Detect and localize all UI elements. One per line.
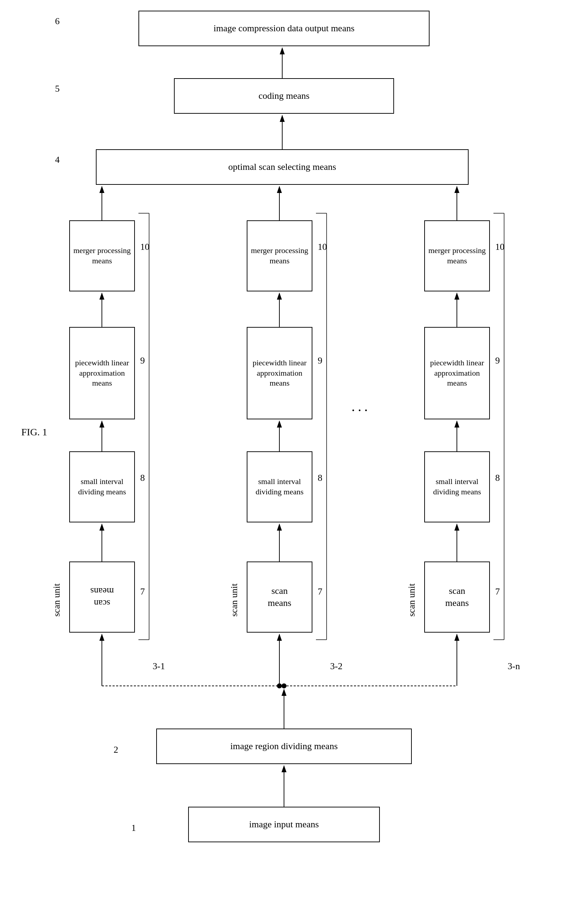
piece-approx-1-label: piecewidth linear approximation means	[70, 358, 134, 389]
num-10-n: 10	[495, 242, 504, 252]
piece-approx-2-label: piecewidth linear approximation means	[247, 358, 312, 389]
small-interval-n: small interval dividing means	[424, 451, 490, 522]
image-input-box: image input means	[188, 807, 380, 842]
scan-means-1-label: scanmeans	[90, 585, 114, 609]
piece-approx-n: piecewidth linear approximation means	[424, 327, 490, 419]
scan-unit-2-id: 3-2	[330, 661, 343, 672]
ellipsis: ...	[352, 398, 371, 415]
scan-means-2-label: scanmeans	[268, 585, 291, 609]
small-interval-2: small interval dividing means	[247, 451, 312, 522]
merger-1-label: merger processing means	[70, 246, 134, 266]
image-region-label: image region dividing means	[231, 740, 338, 752]
small-interval-n-label: small interval dividing means	[425, 477, 489, 497]
svg-point-4	[277, 683, 282, 688]
num-9-n: 9	[495, 355, 500, 366]
num-5: 5	[55, 84, 60, 94]
scan-unit-n-id: 3-n	[508, 661, 520, 672]
num-7-n: 7	[495, 586, 500, 597]
num-7-2: 7	[318, 586, 322, 597]
scan-unit-2-label: scan unit	[229, 584, 240, 617]
merger-2-label: merger processing means	[247, 246, 312, 266]
scan-unit-1-label: scan unit	[51, 584, 62, 617]
fig-label: FIG. 1	[21, 427, 47, 438]
small-interval-2-label: small interval dividing means	[247, 477, 312, 497]
num-9-1: 9	[140, 355, 145, 366]
optimal-scan-label: optimal scan selecting means	[228, 161, 336, 173]
image-region-box: image region dividing means	[156, 729, 412, 764]
merger-n: merger processing means	[424, 220, 490, 291]
scan-unit-1-id: 3-1	[153, 661, 165, 672]
num-10-1: 10	[140, 242, 149, 252]
scan-means-2: scanmeans	[247, 561, 312, 633]
piece-approx-1: piecewidth linear approximation means	[69, 327, 135, 419]
coding-box: coding means	[174, 78, 394, 114]
image-input-label: image input means	[249, 819, 319, 830]
num-2: 2	[114, 745, 118, 755]
num-9-2: 9	[318, 355, 322, 366]
small-interval-1: small interval dividing means	[69, 451, 135, 522]
num-1: 1	[131, 823, 136, 834]
coding-label: coding means	[258, 90, 309, 102]
scan-means-n-label: scanmeans	[445, 585, 469, 609]
num-10-2: 10	[318, 242, 327, 252]
image-compression-label: image compression data output means	[213, 22, 354, 34]
small-interval-1-label: small interval dividing means	[70, 477, 134, 497]
num-4: 4	[55, 154, 60, 165]
merger-1: merger processing means	[69, 220, 135, 291]
merger-n-label: merger processing means	[425, 246, 489, 266]
scan-means-n: scanmeans	[424, 561, 490, 633]
merger-2: merger processing means	[247, 220, 312, 291]
num-7-1: 7	[140, 586, 145, 597]
num-6: 6	[55, 16, 60, 27]
image-compression-box: image compression data output means	[139, 11, 430, 46]
piece-approx-n-label: piecewidth linear approximation means	[425, 358, 489, 389]
optimal-scan-box: optimal scan selecting means	[96, 149, 469, 185]
piece-approx-2: piecewidth linear approximation means	[247, 327, 312, 419]
num-8-1: 8	[140, 473, 145, 483]
svg-point-5	[281, 683, 286, 688]
scan-means-1: scanmeans	[69, 561, 135, 633]
num-8-2: 8	[318, 473, 322, 483]
scan-unit-n-label: scan unit	[406, 584, 417, 617]
num-8-n: 8	[495, 473, 500, 483]
